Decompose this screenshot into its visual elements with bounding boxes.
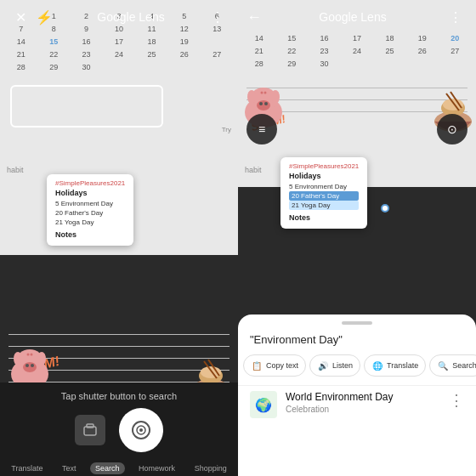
result-thumbnail: 🌍 [250, 391, 277, 418]
right-popup-item-env: 5 Environment Day [289, 182, 359, 191]
tab-search[interactable]: Search [90, 462, 125, 474]
lens-mode-fab-button[interactable]: ⊙ [437, 114, 468, 144]
svg-point-22 [259, 102, 263, 105]
left-selection-box [10, 85, 163, 128]
svg-point-26 [258, 89, 269, 98]
tab-homework[interactable]: Homework [133, 462, 180, 474]
svg-point-5 [14, 352, 22, 366]
copy-text-label: Copy text [266, 361, 298, 370]
right-top-area: 14 15 16 17 18 19 20 21 22 23 24 25 26 2… [238, 0, 476, 314]
popup-tag: #SimplePleasures2021 [55, 179, 125, 187]
result-more-button[interactable]: ⋮ [449, 391, 464, 410]
svg-point-3 [26, 364, 29, 367]
svg-point-4 [31, 364, 34, 367]
shutter-row [75, 408, 163, 452]
svg-rect-16 [87, 424, 94, 428]
popup-notes: Notes [55, 230, 125, 239]
translate-icon: 🌐 [371, 360, 383, 371]
menu-fab-button[interactable]: ≡ [246, 114, 277, 144]
cal-cell [201, 61, 233, 73]
tap-hint-text: Tap shutter button to search [61, 391, 177, 401]
cal-cell: 26 [168, 48, 200, 60]
right-more-options-button[interactable]: ⋮ [444, 5, 468, 29]
svg-point-18 [139, 428, 143, 432]
listen-button[interactable]: 🔊 Listen [309, 354, 360, 377]
result-subtitle: Celebration [286, 405, 394, 414]
result-title: World Environment Day [286, 391, 394, 403]
cal-cell: 22 [37, 48, 69, 60]
cal-cell: 25 [374, 45, 405, 57]
try-text: Try [222, 126, 231, 133]
shutter-button[interactable] [119, 408, 163, 452]
cal-cell: 25 [136, 48, 167, 60]
search-query-text: "Environment Day" [238, 333, 476, 346]
left-topbar-title: Google Lens [56, 10, 206, 24]
right-info-popup: #SimplePleasures2021 Holidays 5 Environm… [280, 157, 367, 229]
tab-translate[interactable]: Translate [6, 462, 48, 474]
right-popup-notes: Notes [289, 213, 359, 222]
cal-cell: 22 [275, 45, 307, 57]
tab-shopping[interactable]: Shopping [190, 462, 232, 474]
right-popup-item-yoga: 21 Yoga Day [289, 201, 359, 210]
popup-section: Holidays [55, 189, 125, 197]
cal-cell: 15 [275, 32, 307, 44]
listen-icon: 🔊 [317, 360, 329, 371]
left-bottom-bar: Tap shutter button to search Translate [0, 382, 238, 476]
gallery-button[interactable] [75, 415, 105, 445]
right-popup-tag: #SimplePleasures2021 [289, 162, 359, 170]
cal-cell: 14 [5, 36, 37, 48]
copy-icon: 📋 [251, 360, 263, 371]
cal-cell: 27 [201, 48, 233, 60]
cal-cell: 21 [243, 45, 275, 57]
svg-point-7 [24, 351, 36, 360]
cal-cell: 24 [341, 45, 372, 57]
search-button[interactable]: 🔍 Search [429, 354, 476, 377]
search-icon: 🔍 [437, 360, 449, 371]
right-popup-item-father: 20 Father's Day [289, 191, 359, 201]
svg-point-28 [264, 92, 267, 94]
left-info-popup: #SimplePleasures2021 Holidays 5 Environm… [47, 174, 133, 246]
copy-text-button[interactable]: 📋 Copy text [243, 354, 306, 377]
cal-cell: 19 [168, 36, 200, 48]
cal-cell: 23 [309, 45, 340, 57]
habit-text: habit [7, 166, 24, 174]
svg-point-27 [261, 92, 264, 94]
cal-cell: 17 [103, 36, 134, 48]
shutter-icon [132, 421, 150, 439]
sheet-actions-row: 📋 Copy text 🔊 Listen 🌐 Translate 🔍 Searc… [238, 354, 476, 377]
cal-cell: 20 [439, 32, 471, 44]
cal-cell: 16 [71, 36, 102, 48]
svg-point-25 [271, 90, 280, 104]
cal-cell: 18 [374, 32, 405, 44]
cal-cell: 19 [406, 32, 438, 44]
cal-cell: 17 [341, 32, 372, 44]
translate-button[interactable]: 🌐 Translate [364, 354, 426, 377]
cal-cell: 16 [309, 32, 340, 44]
cal-cell: 27 [439, 45, 471, 57]
cal-cell [201, 36, 233, 48]
bottom-tabs: Translate Text Search Homework Shopping [0, 459, 238, 476]
cal-cell [103, 61, 134, 73]
svg-point-23 [264, 102, 268, 105]
right-popup-section: Holidays [289, 172, 359, 180]
cal-cell: 21 [5, 48, 37, 60]
back-button[interactable]: ← [246, 8, 262, 26]
bottom-sheet: "Environment Day" 📋 Copy text 🔊 Listen 🌐… [238, 314, 476, 476]
cal-cell: 26 [406, 45, 438, 57]
tab-text[interactable]: Text [57, 462, 82, 474]
search-result-item: 🌍 World Environment Day Celebration ⋮ [238, 385, 476, 423]
selection-dot [381, 204, 389, 212]
cal-cell [136, 61, 167, 73]
result-text-block: World Environment Day Celebration [286, 391, 394, 414]
cal-cell: 28 [5, 61, 37, 73]
cal-cell: 29 [275, 58, 307, 70]
left-panel: 1 2 3 4 5 6 7 8 9 10 11 12 13 14 15 16 1… [0, 0, 238, 476]
svg-point-8 [27, 354, 30, 356]
right-calendar-grid: 14 15 16 17 18 19 20 21 22 23 24 25 26 2… [243, 32, 471, 70]
more-options-button[interactable]: ⋮ [206, 5, 230, 29]
close-button[interactable]: ✕ [8, 5, 32, 29]
cal-cell: 29 [37, 61, 69, 73]
menu-icon: ≡ [258, 122, 265, 136]
svg-point-9 [31, 354, 33, 356]
flash-button[interactable]: ⚡ [32, 5, 56, 29]
